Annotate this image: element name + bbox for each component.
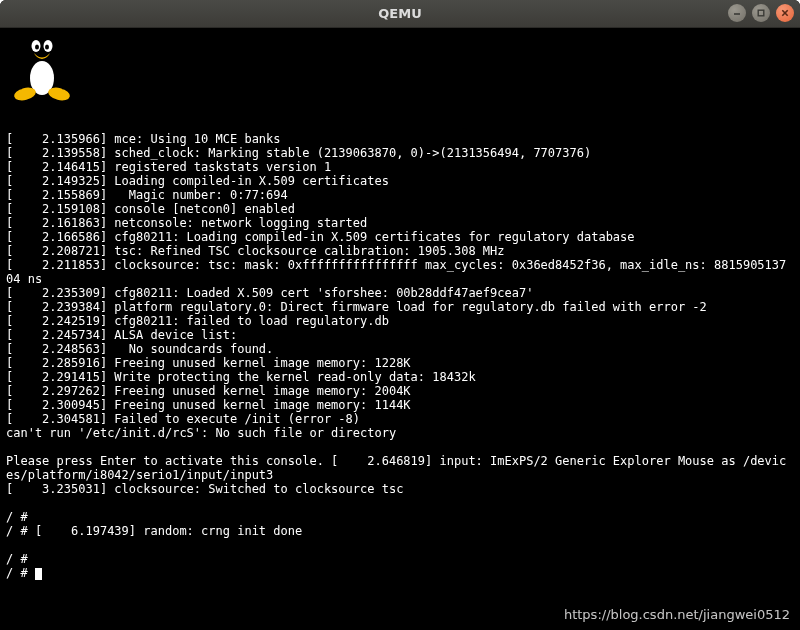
- minimize-icon: [732, 8, 742, 18]
- boot-log-text: [ 2.135966] mce: Using 10 MCE banks [ 2.…: [6, 132, 786, 566]
- window-controls: [728, 4, 794, 22]
- svg-point-10: [45, 44, 49, 49]
- shell-prompt: / #: [6, 566, 35, 580]
- titlebar[interactable]: QEMU: [0, 0, 800, 28]
- boot-log: [ 2.135966] mce: Using 10 MCE banks [ 2.…: [6, 132, 794, 580]
- maximize-icon: [756, 8, 766, 18]
- terminal-viewport[interactable]: [ 2.135966] mce: Using 10 MCE banks [ 2.…: [0, 28, 800, 630]
- qemu-window: QEMU [: [0, 0, 800, 630]
- text-cursor: [35, 568, 42, 580]
- minimize-button[interactable]: [728, 4, 746, 22]
- close-icon: [780, 8, 790, 18]
- watermark-text: https://blog.csdn.net/jiangwei0512: [564, 608, 790, 622]
- window-title: QEMU: [0, 6, 800, 21]
- svg-rect-1: [758, 10, 764, 16]
- svg-point-9: [35, 44, 39, 49]
- close-button[interactable]: [776, 4, 794, 22]
- maximize-button[interactable]: [752, 4, 770, 22]
- tux-penguin-icon: [10, 28, 74, 102]
